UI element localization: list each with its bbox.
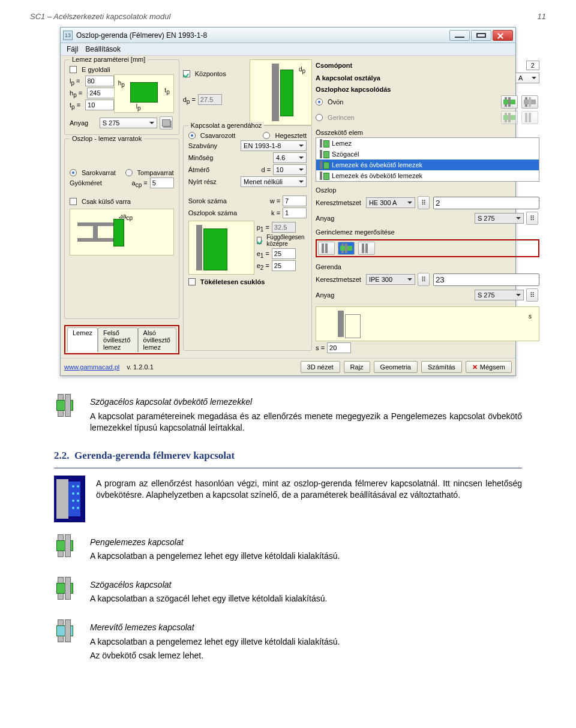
- fin-title: Pengelemezes kapcsolat: [90, 537, 340, 549]
- radio-flange[interactable]: [316, 98, 323, 106]
- connector-label: Összekötő elem: [316, 129, 363, 136]
- beam-beam-icon: [54, 476, 85, 522]
- beam-mat-db-icon[interactable]: ⠿: [526, 288, 538, 302]
- k-input[interactable]: [283, 207, 307, 218]
- connector-angle-icon: [319, 150, 329, 158]
- list-item: Lemezek és övbekötő lemezek: [316, 160, 539, 170]
- plate-legend: Lemez paraméterei [mm]: [70, 56, 148, 63]
- flange-icon-b[interactable]: [521, 95, 538, 109]
- radio-butt[interactable]: [125, 169, 133, 176]
- lp-input[interactable]: [85, 76, 114, 86]
- tp-input[interactable]: [85, 100, 114, 110]
- plate-material-select[interactable]: S 275: [100, 118, 157, 128]
- btn-cancel[interactable]: ✕ Mégsem: [466, 361, 512, 373]
- beam-material: S 275: [475, 290, 524, 300]
- column-mat-db-icon[interactable]: ⠿: [526, 212, 538, 225]
- bolt-layout-diagram-icon: [188, 221, 254, 275]
- titlebar: 13 Oszlop-gerenda (Félmerev) EN 1993-1-8: [61, 28, 515, 43]
- menu-file[interactable]: Fájl: [67, 45, 78, 53]
- fin-body: A kapcsolatban a pengelemez lehet egy il…: [90, 550, 340, 562]
- flange-icon[interactable]: [501, 95, 518, 109]
- dialog-window: 13 Oszlop-gerenda (Félmerev) EN 1993-1-8…: [60, 27, 516, 376]
- stiff-body-2: Az övbekötő csak lemez lehet.: [90, 650, 340, 662]
- material-db-icon[interactable]: [160, 116, 173, 130]
- web-icon: [501, 111, 518, 124]
- column-index-input[interactable]: [433, 197, 539, 209]
- btn-calc[interactable]: Számítás: [421, 361, 462, 373]
- heading-2-2: 2.2. Gerenda-gerenda félmerev kapcsolat: [54, 449, 522, 463]
- close-button[interactable]: [493, 30, 513, 41]
- version-label: v. 1.2.0.1: [127, 363, 153, 371]
- e2-input[interactable]: [272, 260, 296, 271]
- connector-plates-flange-icon: [319, 161, 329, 169]
- para-angle-title: Szögacélos kapcsolat övbekötő lemezekkel: [90, 396, 522, 408]
- chk-perfect-hinge[interactable]: [188, 278, 196, 285]
- p1-input: [272, 222, 296, 233]
- butt-label: Tompavarrat: [137, 169, 174, 176]
- group-beam-connection: Kapcsolat a gerendához Csavarozott Heges…: [183, 125, 312, 351]
- radio-fillet[interactable]: [70, 169, 77, 176]
- connector-listbox[interactable]: Lemez Szögacél Lemezek és övbekötő lemez…: [316, 137, 539, 182]
- stiffener-option-c[interactable]: [358, 242, 375, 255]
- angle-body: A kapcsolatban a szögacél lehet egy ille…: [90, 593, 327, 605]
- radio-bolted[interactable]: [188, 132, 196, 139]
- window-title: Oszlop-gerenda (Félmerev) EN 1993-1-8: [76, 31, 207, 40]
- s-input[interactable]: [327, 342, 351, 353]
- beam-section-title: Gerenda: [316, 263, 341, 270]
- throat-input[interactable]: [150, 178, 174, 188]
- stiffener-highlight: [316, 239, 539, 257]
- chk-outer-weld[interactable]: [70, 198, 77, 205]
- section-diagram-icon: s: [316, 306, 539, 341]
- btn-3d-view[interactable]: 3D nézet: [301, 361, 340, 373]
- column-section: HE 300 A: [366, 197, 415, 208]
- chk-one-sided[interactable]: [70, 66, 77, 73]
- node-input[interactable]: [526, 61, 539, 70]
- centered-label: Központos: [195, 70, 226, 77]
- perfect-hinge-label: Tökéletesen csuklós: [200, 278, 265, 285]
- angle-title: Szögacélos kapcsolat: [90, 579, 327, 591]
- outer-weld-label: Csak külső varra: [82, 198, 131, 205]
- col-attach-label: Oszlophoz kapcsolódás: [316, 86, 391, 93]
- stiffener-option-b[interactable]: [338, 242, 355, 255]
- angle-conn-icon: [54, 577, 79, 600]
- para-beam-beam: A program az ellenőrzést hasonlóan végzi…: [96, 478, 522, 501]
- tab-top-flange-plate[interactable]: Felső övillesztő lemez: [98, 327, 138, 352]
- plate-material-label: Anyag: [70, 119, 88, 127]
- hp-input[interactable]: [87, 88, 116, 98]
- splice-diagram-icon: dp: [250, 59, 312, 125]
- column-db-icon[interactable]: ⠿: [418, 196, 430, 209]
- web-icon-b: [521, 111, 538, 124]
- maximize-button[interactable]: [471, 30, 491, 41]
- column-material: S 275: [475, 213, 524, 224]
- weld-legend: Oszlop - lemez varratok: [70, 135, 144, 142]
- btn-geometry[interactable]: Geometria: [374, 361, 418, 373]
- one-sided-label: E gyoldali: [82, 66, 110, 73]
- tab-bottom-flange-plate[interactable]: Alsó övillesztő lemez: [138, 327, 176, 352]
- group-weld: Oszlop - lemez varratok Sarokvarrat Tomp…: [64, 139, 179, 319]
- menubar: Fájl Beállítások: [61, 43, 515, 56]
- grade-select[interactable]: 4.6: [273, 152, 307, 163]
- stiffener-option-a[interactable]: [318, 242, 335, 255]
- w-input[interactable]: [283, 195, 307, 206]
- chk-centered[interactable]: [183, 70, 190, 77]
- thread-select[interactable]: Menet nélküli: [241, 176, 307, 187]
- standard-select[interactable]: EN 1993-1-8: [241, 140, 307, 151]
- group-plate-params: Lemez paraméterei [mm] E gyoldali lp =: [64, 59, 179, 135]
- beam-db-icon[interactable]: ⠿: [418, 273, 430, 286]
- plate-tabs-highlight: Lemez Felső övillesztő lemez Alsó öville…: [64, 325, 179, 354]
- chk-vert-centered[interactable]: [257, 237, 262, 244]
- beam-index-input[interactable]: [433, 273, 539, 286]
- btn-drawing[interactable]: Rajz: [344, 361, 370, 373]
- beamconn-legend: Kapcsolat a gerendához: [188, 122, 265, 129]
- class-select[interactable]: A: [515, 73, 539, 83]
- menu-settings[interactable]: Beállítások: [85, 45, 121, 53]
- node-label: Csomópont: [316, 62, 352, 69]
- diameter-select[interactable]: 10: [273, 164, 307, 175]
- e1-input[interactable]: [272, 248, 296, 259]
- radio-web: [316, 114, 323, 121]
- class-label: A kapcsolat osztálya: [316, 74, 380, 82]
- tab-lemez[interactable]: Lemez: [67, 327, 98, 352]
- radio-welded[interactable]: [263, 132, 270, 139]
- vendor-link[interactable]: www.gammacad.pl: [64, 363, 119, 371]
- minimize-button[interactable]: [449, 30, 470, 41]
